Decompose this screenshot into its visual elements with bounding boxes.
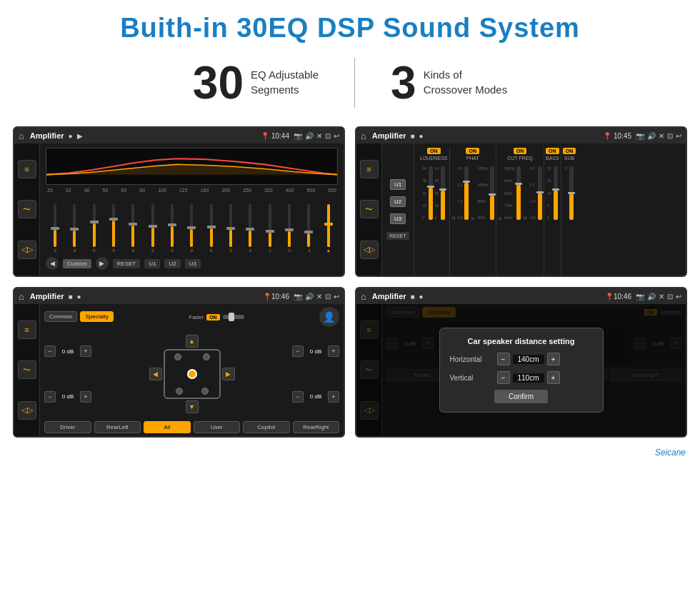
back-icon-2: ↩ [676,132,681,140]
eq-slider-3[interactable]: 0 [86,204,102,253]
phat-slider[interactable] [464,166,469,220]
xo-u3-btn[interactable]: U3 [390,213,406,224]
sidebar-btn-eq[interactable]: ≡ [18,160,36,178]
screen3-title: Amplifier [30,292,64,301]
bass-on-btn[interactable]: ON [546,148,559,154]
loudness-slider-2[interactable] [441,166,445,220]
screen3-sidebar: ≡ 〜 ◁▷ [14,304,40,436]
eq-slider-2[interactable]: 0 [66,204,82,253]
sidebar-btn-vol[interactable]: ◁▷ [18,241,36,259]
volume-icon-3: 🔊 [305,293,314,301]
db-minus-br[interactable]: − [292,391,304,403]
left-arrow[interactable]: ◀ [149,368,162,380]
phat-slider-2[interactable] [490,166,494,220]
sidebar-btn-eq-3[interactable]: ≡ [18,320,36,339]
volume-icon-2: 🔊 [647,132,656,140]
stat-eq-label: EQ Adjustable Segments [251,60,319,97]
right-arrow[interactable]: ▶ [222,368,235,380]
top-speakers [174,353,210,360]
sidebar-btn-wave-3[interactable]: 〜 [18,360,36,379]
horizontal-plus-btn[interactable]: + [547,353,560,365]
vertical-plus-btn[interactable]: + [547,371,560,384]
eq-slider-13[interactable]: 0 [281,204,297,253]
sidebar-btn-vol-2[interactable]: ◁▷ [360,241,379,259]
speaker-fr [203,353,210,360]
eq-slider-5[interactable]: 0 [125,204,141,253]
all-btn[interactable]: All [144,421,191,433]
screen-speaker: ⌂ Amplifier ■ ● 📍10:46 📷 🔊 ✕ ⊡ ↩ ≡ 〜 ◁▷ [13,287,345,438]
sub-slider[interactable] [569,166,574,220]
eq-next-btn[interactable]: ▶ [96,257,109,270]
screen4-icons: 📷 🔊 ✕ ⊡ ↩ [636,293,681,301]
rearright-btn[interactable]: RearRight [293,421,340,433]
home-icon[interactable]: ⌂ [19,131,24,141]
eq-slider-10[interactable]: 0 [223,204,239,253]
specialty-tab[interactable]: Specialty [80,311,113,322]
eq-custom-btn[interactable]: Custom [63,259,91,268]
stat-crossover: 3 Kinds of Crossover Modes [355,60,543,106]
home-icon-2[interactable]: ⌂ [361,131,366,141]
fader-slider[interactable] [223,315,244,319]
db-minus-bl[interactable]: − [44,391,56,403]
eq-u3-btn[interactable]: U3 [185,259,201,268]
sidebar-btn-wave-2[interactable]: 〜 [360,200,379,218]
driver-btn[interactable]: Driver [44,421,91,433]
eq-u2-btn[interactable]: U2 [164,259,180,268]
db-minus-tr[interactable]: − [292,345,304,357]
channel-cutfreq: ON CUT FREQ F 100Hz90Hz80Hz70Hz60Hz G 3.… [496,146,544,276]
cutfreq-slider[interactable] [516,166,521,220]
eq-slider-6[interactable]: 0 [145,204,161,253]
screen3-topbar: ⌂ Amplifier ■ ● 📍10:46 📷 🔊 ✕ ⊡ ↩ [14,288,344,304]
phat-on-btn[interactable]: ON [466,148,479,154]
xo-reset-btn[interactable]: RESET [386,232,409,240]
horizontal-minus-btn[interactable]: − [497,353,510,365]
cutfreq-on-btn[interactable]: ON [514,148,527,154]
speaker-tabs: Common Specialty [44,311,114,322]
sidebar-btn-vol-3[interactable]: ◁▷ [18,401,36,420]
eq-slider-9[interactable]: 0 [204,204,219,253]
db-plus-br[interactable]: + [328,391,339,403]
eq-slider-12[interactable]: -1 [262,204,278,253]
xo-u1-btn[interactable]: U1 [390,179,406,190]
db-plus-bl[interactable]: + [80,391,91,403]
eq-u1-btn[interactable]: U1 [144,259,160,268]
dialog-title: Car speaker distance setting [450,337,593,345]
eq-slider-8[interactable]: 0 [184,204,199,253]
rearleft-btn[interactable]: RearLeft [94,421,141,433]
eq-slider-1[interactable]: 0 [47,204,63,253]
sidebar-btn-eq-2[interactable]: ≡ [360,160,379,178]
eq-slider-15[interactable]: ▲ [321,204,336,253]
loudness-slider[interactable] [429,166,433,220]
copilot-btn[interactable]: Copilot [243,421,290,433]
up-arrow[interactable]: ▲ [186,335,199,348]
db-control-br: − 0 dB + [292,391,339,403]
db-plus-tr[interactable]: + [328,345,339,357]
eq-slider-11[interactable]: 0 [242,204,258,253]
db-plus-tl[interactable]: + [80,345,91,357]
home-icon-4[interactable]: ⌂ [361,291,366,302]
loudness-on-btn[interactable]: ON [427,148,441,154]
down-arrow[interactable]: ▼ [186,400,199,413]
sub-on-btn[interactable]: ON [563,148,576,154]
user-btn[interactable]: User [194,421,241,433]
cutfreq-slider-2[interactable] [538,166,542,220]
common-tab[interactable]: Common [44,311,77,322]
eq-slider-14[interactable]: -1 [301,204,316,253]
eq-reset-btn[interactable]: RESET [113,259,141,268]
screen-crossover: ⌂ Amplifier ■ ● 📍 10:45 📷 🔊 ✕ ⊡ ↩ ≡ 〜 ◁▷ [355,126,687,277]
sidebar-btn-wave[interactable]: 〜 [18,200,36,218]
bass-slider[interactable] [554,166,558,220]
eq-slider-7[interactable]: 0 [164,204,180,253]
fader-on-badge[interactable]: ON [206,314,220,320]
screen4-time: 📍10:46 [605,293,631,301]
db-minus-tl[interactable]: − [44,345,56,357]
db-val-tr: 0 dB [306,348,326,355]
vertical-minus-btn[interactable]: − [497,371,510,384]
speaker-bottom-btns: Driver RearLeft All User Copilot RearRig… [44,421,339,433]
dialog-confirm-btn[interactable]: Confirm [494,390,548,403]
xo-u2-btn[interactable]: U2 [390,196,406,207]
eq-prev-btn[interactable]: ◀ [46,257,59,270]
horizontal-value: 140cm [513,355,544,364]
eq-slider-4[interactable]: 5 [106,204,121,253]
home-icon-3[interactable]: ⌂ [19,291,24,302]
